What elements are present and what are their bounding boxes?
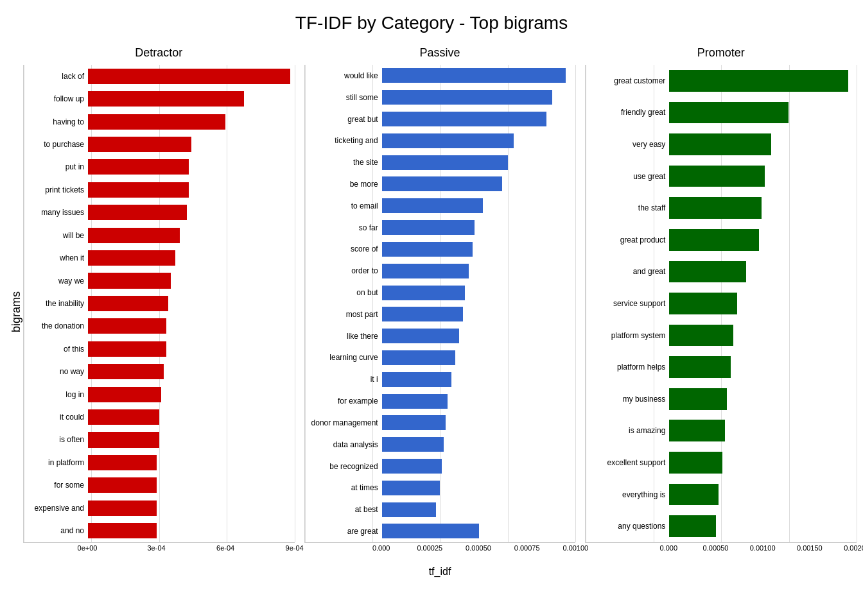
bar-row: will be [24, 224, 295, 246]
bar-label: the staff [586, 203, 669, 212]
bar [88, 501, 157, 516]
bar [88, 205, 187, 220]
bar [382, 264, 469, 278]
bar [669, 515, 716, 537]
x-tick-label: 0.00100 [562, 544, 588, 552]
bar-label: is amazing [586, 426, 669, 435]
bar-label: expensive and [24, 504, 88, 513]
bar-row: donor management [305, 412, 576, 434]
bar-label: great product [586, 235, 669, 244]
bar [88, 523, 157, 538]
x-tick-label: 0.00025 [417, 544, 442, 552]
bar-row: still some [305, 87, 576, 108]
bar-label: most part [305, 310, 382, 319]
bar-label: be more [305, 180, 382, 189]
bar [669, 102, 789, 124]
bars-area-red: lack offollow uphaving toto purchaseput … [23, 65, 295, 543]
bar-row: friendly great [586, 97, 857, 129]
bar-label: and no [24, 526, 88, 535]
chart-container: TF-IDF by Category - Top bigrams bigrams… [0, 0, 863, 616]
bar [669, 70, 848, 92]
x-tick-label: 0.00150 [797, 544, 823, 552]
bar-label: log in [24, 390, 88, 399]
bar-label: learning curve [305, 353, 382, 362]
bar [88, 69, 290, 84]
bar [88, 387, 161, 402]
bar-label: the inability [24, 299, 88, 308]
x-tick-label: 0.00200 [844, 544, 863, 552]
bar-label: many issues [24, 208, 88, 217]
bar-row: platform system [586, 320, 857, 352]
bar-row: and great [586, 256, 857, 288]
bar [382, 307, 464, 321]
bar [382, 329, 460, 343]
bar [669, 229, 758, 251]
bar [382, 90, 552, 105]
x-tick-label: 0.00050 [703, 544, 729, 552]
bar-label: on but [305, 288, 382, 297]
bar-label: for example [305, 397, 382, 406]
bar [669, 166, 764, 187]
bottom-axis-area: 0e+003e-046e-049e-040.0000.000250.000500… [23, 544, 857, 563]
bars-area-blue: would likestill somegreat butticketing a… [304, 65, 576, 543]
bar-row: learning curve [305, 347, 576, 369]
bar-row: the donation [24, 315, 295, 338]
x-axis-green: 0.0000.000500.001000.001500.00200 [585, 544, 857, 563]
bar-row: order to [305, 260, 576, 282]
x-axis-title: tf_idf [23, 566, 857, 578]
bar-label: to email [305, 201, 382, 210]
bar-label: will be [24, 231, 88, 240]
bar [88, 159, 189, 175]
bar [382, 68, 566, 83]
chart-body: bigrams Detractorlack offollow uphaving … [6, 46, 857, 578]
bar [88, 364, 164, 379]
x-tick-label: 6e-04 [216, 544, 234, 552]
bar-row: my business [586, 383, 857, 415]
bar-label: like there [305, 332, 382, 341]
bar [382, 350, 456, 365]
panels-wrapper: Detractorlack offollow uphaving toto pur… [23, 46, 857, 578]
bar-label: follow up [24, 94, 88, 103]
bar-label: ticketing and [305, 136, 382, 145]
bar-row: is amazing [586, 415, 857, 447]
x-axis-blue: 0.0000.000250.000500.000750.00100 [304, 544, 576, 563]
bar-label: the donation [24, 321, 88, 330]
bar-label: great but [305, 115, 382, 124]
bar-row: for some [24, 474, 295, 497]
bar-row: very easy [586, 128, 857, 160]
bar-row: data analysis [305, 434, 576, 456]
bar-label: my business [586, 395, 669, 404]
bar [382, 112, 546, 126]
y-axis-label: bigrams [6, 46, 23, 578]
bar-row: any questions [586, 510, 857, 542]
bar [88, 432, 159, 447]
bar-row: in platform [24, 451, 295, 474]
chart-title: TF-IDF by Category - Top bigrams [6, 13, 857, 33]
panels-row: Detractorlack offollow uphaving toto pur… [23, 46, 857, 543]
panel-title-blue: Passive [304, 46, 576, 60]
bar-label: having to [24, 117, 88, 126]
bar-label: at times [305, 483, 382, 492]
bar [669, 356, 730, 378]
bar-row: the staff [586, 192, 857, 224]
bar-row: way we [24, 270, 295, 292]
bar [88, 296, 168, 311]
bar [88, 273, 171, 288]
bar-label: are great [305, 527, 382, 536]
bar [382, 372, 452, 387]
bar [382, 242, 473, 257]
bar-row: are great [305, 520, 576, 542]
bar-row: many issues [24, 201, 295, 224]
bar [382, 481, 440, 495]
bar-row: great product [586, 224, 857, 256]
bar-row: score of [305, 239, 576, 261]
bar-label: be recognized [305, 462, 382, 471]
bar-row: so far [305, 217, 576, 239]
bar [88, 182, 189, 198]
bar [382, 286, 466, 300]
bar [382, 437, 444, 452]
bar [88, 250, 175, 266]
bar-row: at times [305, 477, 576, 499]
bar-row: to purchase [24, 133, 295, 155]
bar-row: at best [305, 499, 576, 520]
